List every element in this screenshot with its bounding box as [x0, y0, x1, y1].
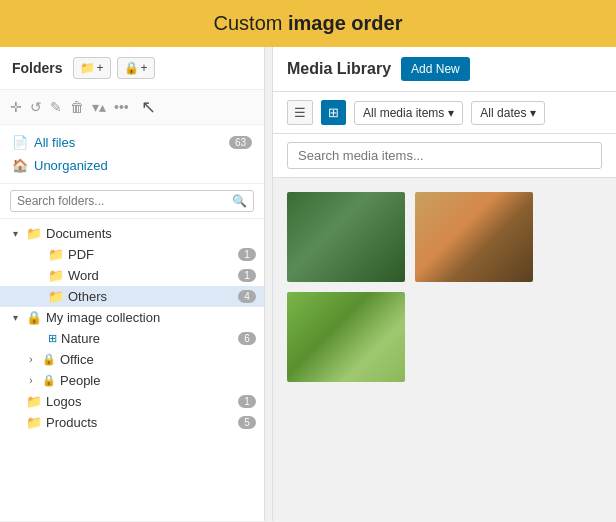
- header-title-bold: image order: [288, 12, 402, 34]
- all-media-label: All media items: [363, 106, 444, 120]
- media-library-title: Media Library: [287, 60, 391, 78]
- folder-icon-others: 📁: [48, 289, 64, 304]
- quick-links: 📄 All files 63 🏠 Unorganized: [0, 125, 264, 184]
- unorganized-link[interactable]: 🏠 Unorganized: [12, 154, 252, 177]
- label-people: People: [60, 373, 256, 388]
- list-view-button[interactable]: ☰: [287, 100, 313, 125]
- folder-icon-logos: 📁: [26, 394, 42, 409]
- tree-item-documents[interactable]: ▾ 📁 Documents: [0, 223, 264, 244]
- tree-item-products[interactable]: 📁 Products 5: [0, 412, 264, 433]
- collection-plus-icon: 🔒: [124, 61, 139, 75]
- folder-icon-documents: 📁: [26, 226, 42, 241]
- label-office: Office: [60, 352, 256, 367]
- add-new-button[interactable]: Add New: [401, 57, 470, 81]
- media-search-input[interactable]: [287, 142, 602, 169]
- folder-tree: ▾ 📁 Documents 📁 PDF 1 📁 Word 1 📁: [0, 219, 264, 521]
- all-files-link[interactable]: 📄 All files 63: [12, 131, 252, 154]
- grid-icon-nature: ⊞: [48, 332, 57, 345]
- all-files-label: All files: [34, 135, 75, 150]
- tree-item-people[interactable]: › 🔒 People: [0, 370, 264, 391]
- image-grid: [273, 178, 616, 396]
- right-panel: Media Library Add New ☰ ⊞ All media item…: [273, 47, 616, 521]
- image-thumb-3[interactable]: [287, 292, 405, 382]
- page-header: Custom image order: [0, 0, 616, 47]
- all-files-badge: 63: [229, 136, 252, 149]
- collection-icon-my-image: 🔒: [26, 310, 42, 325]
- grid-icon-office: 🔒: [42, 353, 56, 366]
- folder-icon-products: 📁: [26, 415, 42, 430]
- new-collection-button[interactable]: 🔒 +: [117, 57, 155, 79]
- badge-nature: 6: [238, 332, 256, 345]
- tree-item-office[interactable]: › 🔒 Office: [0, 349, 264, 370]
- grid-view-icon: ⊞: [328, 105, 339, 120]
- media-header: Media Library Add New: [273, 47, 616, 92]
- cursor-indicator: ↖: [141, 96, 156, 118]
- folders-title: Folders: [12, 60, 63, 76]
- toggle-documents[interactable]: ▾: [8, 228, 22, 239]
- label-logos: Logos: [46, 394, 234, 409]
- move-icon[interactable]: ✛: [10, 99, 22, 115]
- label-nature: Nature: [61, 331, 234, 346]
- new-folder-button[interactable]: 📁 +: [73, 57, 111, 79]
- tree-item-pdf[interactable]: 📁 PDF 1: [0, 244, 264, 265]
- new-collection-label: +: [141, 61, 148, 75]
- delete-icon[interactable]: 🗑: [70, 99, 84, 115]
- all-dates-label: All dates: [480, 106, 526, 120]
- folder-icon-pdf: 📁: [48, 247, 64, 262]
- grid-view-button[interactable]: ⊞: [321, 100, 346, 125]
- unorganized-icon: 🏠: [12, 158, 28, 173]
- folder-search-box: 🔍: [0, 184, 264, 219]
- badge-others: 4: [238, 290, 256, 303]
- header-title-plain: Custom: [214, 12, 288, 34]
- all-dates-chevron: ▾: [530, 106, 536, 120]
- folder-search-wrap: 🔍: [10, 190, 254, 212]
- badge-logos: 1: [238, 395, 256, 408]
- image-thumb-1[interactable]: [287, 192, 405, 282]
- media-search-area: [273, 134, 616, 178]
- badge-products: 5: [238, 416, 256, 429]
- tree-item-word[interactable]: 📁 Word 1: [0, 265, 264, 286]
- left-scrollbar[interactable]: [265, 47, 273, 521]
- toggle-people[interactable]: ›: [24, 375, 38, 386]
- folder-toolbar: ✛ ↺ ✎ 🗑 ▾▴ ••• ↖: [0, 90, 264, 125]
- folder-search-icon: 🔍: [232, 194, 247, 208]
- new-folder-label: +: [97, 61, 104, 75]
- all-media-chevron: ▾: [448, 106, 454, 120]
- tree-item-my-image-collection[interactable]: ▾ 🔒 My image collection: [0, 307, 264, 328]
- all-files-icon: 📄: [12, 135, 28, 150]
- label-products: Products: [46, 415, 234, 430]
- label-documents: Documents: [46, 226, 256, 241]
- folder-plus-icon: 📁: [80, 61, 95, 75]
- toggle-office[interactable]: ›: [24, 354, 38, 365]
- badge-pdf: 1: [238, 248, 256, 261]
- label-pdf: PDF: [68, 247, 234, 262]
- badge-word: 1: [238, 269, 256, 282]
- tree-item-others[interactable]: 📁 Others 4: [0, 286, 264, 307]
- media-toolbar: ☰ ⊞ All media items ▾ All dates ▾: [273, 92, 616, 134]
- image-thumb-2[interactable]: [415, 192, 533, 282]
- unorganized-label: Unorganized: [34, 158, 108, 173]
- grid-icon-people: 🔒: [42, 374, 56, 387]
- left-panel: Folders 📁 + 🔒 + ✛ ↺ ✎ 🗑 ▾▴ ••• ↖ 📄: [0, 47, 265, 521]
- folder-search-input[interactable]: [17, 194, 232, 208]
- more-icon[interactable]: •••: [114, 99, 129, 115]
- main-layout: Folders 📁 + 🔒 + ✛ ↺ ✎ 🗑 ▾▴ ••• ↖ 📄: [0, 47, 616, 521]
- toggle-my-image-collection[interactable]: ▾: [8, 312, 22, 323]
- label-word: Word: [68, 268, 234, 283]
- sort-icon[interactable]: ▾▴: [92, 99, 106, 115]
- tree-item-logos[interactable]: 📁 Logos 1: [0, 391, 264, 412]
- label-others: Others: [68, 289, 234, 304]
- all-media-filter[interactable]: All media items ▾: [354, 101, 463, 125]
- edit-icon[interactable]: ✎: [50, 99, 62, 115]
- list-view-icon: ☰: [294, 105, 306, 120]
- folder-icon-word: 📁: [48, 268, 64, 283]
- folders-header: Folders 📁 + 🔒 +: [0, 47, 264, 90]
- refresh-icon[interactable]: ↺: [30, 99, 42, 115]
- tree-item-nature[interactable]: ⊞ Nature 6: [0, 328, 264, 349]
- label-my-image-collection: My image collection: [46, 310, 256, 325]
- all-dates-filter[interactable]: All dates ▾: [471, 101, 545, 125]
